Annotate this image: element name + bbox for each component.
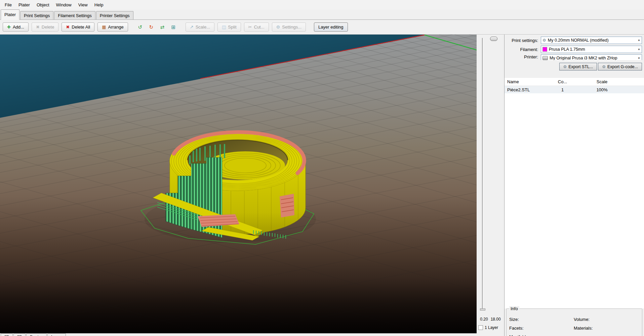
plater-toolbar: ✚ Add... ✖ Delete ✖ Delete All ▦ Arrange… — [0, 20, 644, 35]
layer-height-min: 0.20 — [480, 317, 488, 322]
layer-height-values: 0.20 18.00 — [477, 317, 504, 322]
export-gcode-label: Export G-code... — [607, 64, 638, 69]
delete-all-label: Delete All — [72, 25, 90, 30]
filament-value: Prusa PLA 1.75mm — [549, 47, 585, 52]
info-materials-label: Materials: — [574, 326, 593, 331]
menu-help[interactable]: Help — [91, 0, 107, 9]
layer-slider-handle[interactable] — [490, 37, 497, 41]
info-title: Info — [509, 306, 519, 311]
scale-icon: ↗ — [190, 25, 194, 29]
printer-icon — [542, 56, 548, 60]
rotate-ccw-icon: ↺ — [138, 24, 142, 30]
layer-height-max: 18.00 — [491, 317, 501, 322]
cut-label: Cut... — [254, 25, 265, 30]
layer-slider-track[interactable] — [482, 38, 483, 308]
export-gcode-button[interactable]: ⚙ Export G-code... — [598, 63, 642, 70]
object-list: Name Co... Scale Pièce2.STL 1 100% — [505, 78, 644, 308]
menu-window[interactable]: Window — [53, 0, 75, 9]
printer-combo[interactable]: My Original Prusa i3 MK2 with ZHop ▼ — [541, 54, 642, 60]
arrange-icon: ▦ — [102, 25, 106, 29]
rotate-cw-icon: ↻ — [149, 24, 153, 30]
split-icon: ◫ — [222, 25, 226, 29]
tab-filament-settings[interactable]: Filament Settings — [54, 11, 95, 19]
rotate-cw-button[interactable]: ↻ — [147, 23, 155, 31]
add-label: Add... — [13, 25, 24, 30]
settings-icon: ⚙ — [276, 25, 280, 29]
view-tab-preview[interactable]: Preview — [26, 333, 47, 336]
viewport-3d[interactable] — [0, 35, 477, 333]
column-scale: Scale — [577, 79, 627, 84]
settings-label: Settings... — [282, 25, 301, 30]
object-scale: 100% — [577, 87, 627, 92]
gear-icon: ⚙ — [602, 64, 606, 69]
column-name: Name — [505, 79, 548, 84]
menu-bar: File Plater Object Window View Help — [0, 0, 644, 9]
export-stl-button[interactable]: ⚙ Export STL... — [559, 63, 597, 70]
filament-label: Filament: — [505, 47, 541, 52]
table-row[interactable]: Pièce2.STL 1 100% — [505, 86, 644, 93]
info-size-label: Size: — [509, 317, 519, 322]
object-list-header: Name Co... Scale — [505, 78, 644, 86]
info-facets-label: Facets: — [509, 326, 524, 331]
scale-button[interactable]: ↗ Scale... — [186, 22, 214, 32]
delete-all-icon: ✖ — [66, 25, 70, 29]
wall-perimeter-patch — [280, 194, 294, 218]
viewport-3d-scene[interactable] — [0, 35, 477, 333]
scale-to-fit-button[interactable]: ⊞ — [169, 23, 177, 31]
chevron-down-icon: ▼ — [638, 39, 640, 42]
menu-view[interactable]: View — [75, 0, 91, 9]
menu-file[interactable]: File — [1, 0, 15, 9]
menu-object[interactable]: Object — [33, 0, 53, 9]
column-copies: Co... — [548, 79, 577, 84]
settings-button[interactable]: ⚙ Settings... — [272, 22, 306, 32]
view-tab-2d[interactable]: 2D — [13, 333, 26, 336]
rotate-ccw-button[interactable]: ↺ — [136, 23, 144, 31]
delete-all-button[interactable]: ✖ Delete All — [62, 22, 94, 32]
layer-slider-panel: 0.20 18.00 1 Layer — [477, 35, 504, 336]
sidebar: Print settings: ⚙ My 0.20mm NORMAL (modi… — [504, 35, 644, 336]
one-layer-row: 1 Layer — [478, 325, 498, 330]
gear-icon: ⚙ — [563, 64, 567, 69]
tab-print-settings[interactable]: Print Settings — [20, 11, 53, 19]
scale-to-fit-icon: ⊞ — [171, 24, 175, 30]
printer-row: Printer: My Original Prusa i3 MK2 with Z… — [505, 54, 642, 60]
export-row: ⚙ Export STL... ⚙ Export G-code... — [505, 63, 642, 70]
view-tab-layers[interactable]: Layers — [47, 333, 66, 336]
info-panel: Info Size: Volume: Facets: Materials: Ma… — [506, 308, 642, 336]
printer-label: Printer: — [505, 54, 541, 59]
chevron-down-icon: ▼ — [638, 48, 640, 51]
print-settings-combo[interactable]: ⚙ My 0.20mm NORMAL (modified) ▼ — [541, 37, 642, 44]
mirror-button[interactable]: ⇄ — [158, 23, 166, 31]
object-name: Pièce2.STL — [505, 87, 548, 92]
info-volume-label: Volume: — [574, 317, 590, 322]
filament-color-swatch — [542, 47, 547, 52]
chevron-down-icon: ▼ — [638, 57, 640, 60]
arrange-button[interactable]: ▦ Arrange — [97, 22, 128, 32]
layer-editing-button[interactable]: Layer editing — [314, 22, 348, 32]
add-button[interactable]: ✚ Add... — [3, 22, 29, 32]
info-manifold-label: Manifold: — [509, 334, 527, 336]
plater-view-tabs: 3D 2D Preview Layers — [0, 333, 477, 336]
arrange-label: Arrange — [108, 25, 123, 30]
object-copies: 1 — [548, 87, 577, 92]
filament-row: Filament: Prusa PLA 1.75mm ▼ — [505, 45, 642, 53]
print-settings-value: My 0.20mm NORMAL (modified) — [548, 38, 609, 43]
printer-value: My Original Prusa i3 MK2 with ZHop — [550, 56, 617, 60]
slic3r-window: File Plater Object Window View Help Plat… — [0, 0, 644, 336]
view-tab-3d[interactable]: 3D — [1, 333, 13, 336]
tab-printer-settings[interactable]: Printer Settings — [96, 11, 133, 19]
add-icon: ✚ — [7, 25, 11, 29]
layer-slider-bottom-tick[interactable] — [480, 308, 485, 310]
delete-button[interactable]: ✖ Delete — [32, 22, 58, 32]
cut-button[interactable]: ✂ Cut... — [244, 22, 269, 32]
one-layer-checkbox[interactable] — [478, 325, 483, 330]
menu-plater[interactable]: Plater — [15, 0, 33, 9]
export-stl-label: Export STL... — [568, 64, 593, 69]
filament-combo[interactable]: Prusa PLA 1.75mm ▼ — [541, 46, 642, 53]
delete-label: Delete — [42, 25, 54, 30]
tab-plater[interactable]: Plater — [1, 9, 19, 20]
split-label: Split — [228, 25, 236, 30]
mirror-icon: ⇄ — [160, 24, 164, 30]
split-button[interactable]: ◫ Split — [217, 22, 241, 32]
main-tab-bar: Plater Print Settings Filament Settings … — [0, 9, 644, 20]
